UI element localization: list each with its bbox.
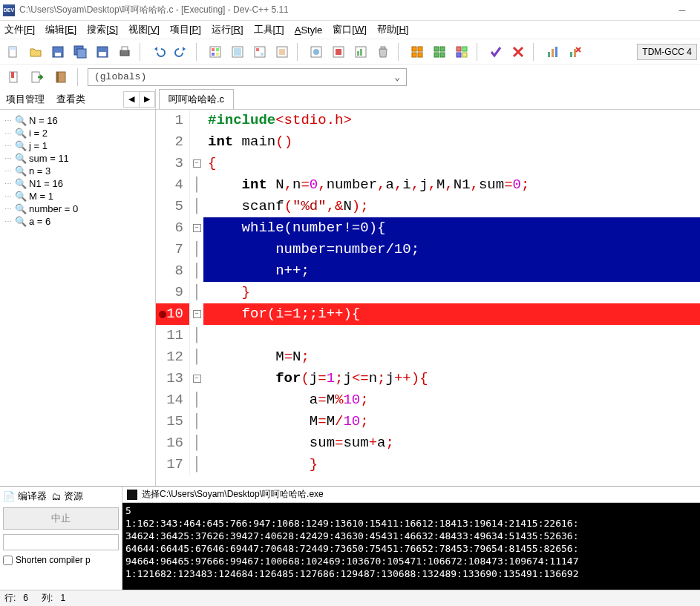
svg-rect-16 [234, 48, 241, 56]
file-tab[interactable]: 呵呵哈哈哈.c [159, 89, 234, 109]
svg-rect-38 [457, 47, 461, 51]
trash-icon[interactable] [373, 42, 393, 62]
chart-icon[interactable] [542, 42, 563, 62]
cancel-icon[interactable] [508, 42, 529, 62]
run-icon[interactable] [227, 42, 248, 62]
grid2-icon[interactable] [429, 42, 450, 62]
svg-rect-42 [548, 52, 550, 57]
menu-run[interactable]: 运行[R] [212, 23, 243, 36]
menu-project[interactable]: 项目[P] [170, 23, 201, 36]
magnifier-icon: 🔍 [16, 128, 26, 139]
svg-rect-14 [216, 53, 219, 56]
watch-item[interactable]: ⋯🔍M = 1 [3, 190, 152, 202]
tab-compiler[interactable]: 📄编译器 [3, 490, 47, 503]
svg-rect-27 [357, 51, 359, 56]
new-file-icon[interactable] [3, 42, 24, 62]
menu-view[interactable]: 视图[V] [128, 23, 160, 36]
svg-rect-41 [462, 53, 467, 57]
shorten-checkbox[interactable]: Shorten compiler p [3, 555, 119, 565]
svg-rect-45 [570, 52, 572, 57]
console-title-bar[interactable]: 选择C:\Users\Soyam\Desktop\呵呵哈哈哈.exe [122, 487, 700, 503]
open-file-icon[interactable] [25, 42, 46, 62]
svg-rect-36 [434, 53, 439, 57]
print-icon[interactable] [114, 42, 135, 62]
svg-rect-3 [55, 53, 61, 56]
watch-item[interactable]: ⋯🔍number = 0 [3, 202, 152, 215]
menu-window[interactable]: 窗口[W] [333, 23, 367, 36]
svg-rect-8 [120, 50, 129, 56]
svg-rect-5 [77, 49, 86, 58]
compile-run-icon[interactable] [249, 42, 270, 62]
redo-icon[interactable] [171, 42, 192, 62]
svg-rect-34 [434, 47, 439, 51]
tab-prev-button[interactable]: ◀ [123, 91, 140, 108]
svg-rect-35 [440, 47, 445, 51]
save-icon[interactable] [48, 42, 68, 62]
breakpoint-gutter[interactable]: 10 [156, 303, 190, 325]
fold-toggle[interactable]: − [193, 159, 201, 168]
console-icon [127, 490, 137, 500]
compiler-input[interactable] [3, 534, 119, 550]
menu-tools[interactable]: 工具[T] [254, 23, 284, 36]
console-window: 选择C:\Users\Soyam\Desktop\呵呵哈哈哈.exe 5 1:1… [122, 487, 700, 590]
grid1-icon[interactable] [407, 42, 428, 62]
menu-edit[interactable]: 编辑[E] [45, 23, 76, 36]
console-output[interactable]: 5 1:162:343:464:645:766:947:1068:1249:13… [122, 503, 700, 590]
rebuild-icon[interactable] [272, 42, 292, 62]
fold-toggle[interactable]: − [193, 310, 201, 318]
tab-next-button[interactable]: ▶ [139, 91, 155, 108]
menu-help[interactable]: 帮助[H] [377, 23, 409, 36]
svg-rect-44 [555, 47, 557, 57]
watch-item[interactable]: ⋯🔍n = 3 [3, 165, 152, 177]
svg-rect-30 [412, 47, 416, 51]
svg-rect-13 [212, 53, 215, 56]
tab-resource[interactable]: 🗂资源 [51, 490, 83, 503]
abort-button[interactable]: 中止 [3, 507, 119, 530]
menu-astyle[interactable]: AStyle [295, 24, 323, 36]
menu-bar: 文件[F] 编辑[E] 搜索[S] 视图[V] 项目[P] 运行[R] 工具[T… [0, 21, 700, 39]
watch-item[interactable]: ⋯🔍N1 = 16 [3, 177, 152, 190]
fold-toggle[interactable]: − [193, 224, 201, 232]
compile-icon[interactable] [205, 42, 226, 62]
resource-icon: 🗂 [51, 491, 61, 502]
file-tabs: 呵呵哈哈哈.c [156, 89, 700, 110]
watch-list[interactable]: ⋯🔍N = 16 ⋯🔍i = 2 ⋯🔍j = 1 ⋯🔍sum = 11 ⋯🔍n … [0, 110, 155, 486]
code-editor[interactable]: 1#include<stdio.h> 2int main() 3−{ 4│ in… [156, 110, 700, 486]
watch-item[interactable]: ⋯🔍sum = 11 [3, 152, 152, 165]
watch-item[interactable]: ⋯🔍i = 2 [3, 127, 152, 139]
main-toolbar: TDM-GCC 4 [0, 39, 700, 64]
tab-classes[interactable]: 查看类 [50, 90, 91, 109]
goto-icon[interactable] [27, 67, 48, 88]
console-title-text: 选择C:\Users\Soyam\Desktop\呵呵哈哈哈.exe [142, 488, 324, 501]
profile-icon[interactable] [350, 42, 371, 62]
magnifier-icon: 🔍 [16, 116, 26, 126]
chart-x-icon[interactable] [564, 42, 585, 62]
watch-item[interactable]: ⋯🔍j = 1 [3, 139, 152, 152]
log-icon: 📄 [3, 491, 15, 502]
fold-toggle[interactable]: − [193, 375, 201, 383]
watch-item[interactable]: ⋯🔍a = 6 [3, 215, 152, 228]
svg-rect-28 [360, 49, 362, 56]
menu-search[interactable]: 搜索[S] [87, 23, 118, 36]
globals-dropdown[interactable]: (globals) ⌄ [88, 68, 407, 86]
undo-icon[interactable] [148, 42, 169, 62]
save-all-icon[interactable] [70, 42, 91, 62]
stop-icon[interactable] [328, 42, 349, 62]
minimize-button[interactable]: ─ [667, 1, 697, 19]
tab-project[interactable]: 项目管理 [0, 90, 50, 109]
magnifier-icon: 🔍 [16, 179, 26, 189]
debug-icon[interactable] [306, 42, 327, 62]
save-as-icon[interactable] [92, 42, 113, 62]
compiler-selector[interactable]: TDM-GCC 4 [637, 44, 697, 60]
svg-rect-9 [122, 47, 128, 50]
check-icon[interactable] [485, 42, 506, 62]
secondary-toolbar: (globals) ⌄ [0, 64, 700, 89]
menu-file[interactable]: 文件[F] [4, 23, 35, 36]
book-icon[interactable] [50, 67, 71, 88]
grid3-icon[interactable] [451, 42, 472, 62]
bookmark-icon[interactable] [3, 67, 24, 88]
watch-item[interactable]: ⋯🔍N = 16 [3, 114, 152, 127]
svg-rect-21 [279, 49, 285, 55]
app-icon: DEV [3, 4, 15, 16]
window-title: C:\Users\Soyam\Desktop\呵呵哈哈哈.c - [Execut… [19, 4, 667, 16]
